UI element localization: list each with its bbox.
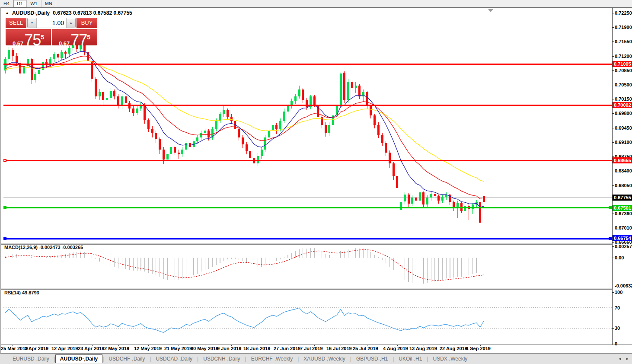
tab-usdcad-daily[interactable]: USDCAD-,Daily (151, 354, 197, 363)
chart-ohlc-values: 0.67623 0.67813 0.67582 0.67755 (53, 10, 132, 16)
tab-audusd-daily[interactable]: AUDUSD-,Daily (55, 354, 102, 363)
volume-stepper: ▾ ▴ (27, 18, 76, 28)
date-axis[interactable] (1, 345, 632, 353)
buy-price-prefix: 0.67 (59, 40, 70, 47)
tab-nav-right-icon[interactable]: ▸ (626, 356, 629, 361)
sell-button[interactable]: SELL (6, 18, 26, 28)
tab-eurusd-daily[interactable]: EURUSD-,Daily (8, 354, 54, 363)
timeframe-button-mn[interactable]: MN (41, 0, 56, 7)
collapse-panel-icon[interactable]: ▲ (5, 11, 9, 15)
macd-indicator-label: MACD(12,26,9) -0.002473 -0.003265 (4, 245, 83, 250)
chart-window (0, 7, 632, 353)
buy-price-button[interactable]: 0.67775 (52, 29, 97, 45)
rsi-indicator-label: RSI(14) 49.8793 (4, 290, 39, 295)
buy-price-big: 77 (70, 31, 87, 49)
tab-eurchf-weekly[interactable]: EURCHF-,Weekly (246, 354, 297, 363)
chart-symbol-label: AUDUSD-,Daily (12, 10, 50, 16)
chart-tab-bar: EURUSD-,Daily|AUDUSD-,Daily|USDCHF-,Dail… (0, 353, 632, 364)
tab-usdx-weekly[interactable]: USDX-,Weekly (428, 354, 472, 363)
timeframe-button-w1[interactable]: W1 (27, 0, 41, 7)
timeframe-button-h4[interactable]: H4 (0, 0, 13, 7)
buy-button[interactable]: BUY (77, 18, 97, 28)
chart-shift-marker-icon[interactable] (488, 9, 493, 12)
timeframe-button-d1[interactable]: D1 (13, 0, 27, 7)
timeframe-toolbar: H4D1W1MN (0, 0, 632, 7)
tab-usdchf-daily[interactable]: USDCHF-,Daily (104, 354, 150, 363)
volume-decrease-icon[interactable]: ▾ (28, 18, 37, 28)
tab-nav: ◂ ▸ (619, 356, 629, 361)
sell-price-pip: 5 (41, 34, 44, 41)
sell-price-button[interactable]: 0.67755 (6, 29, 51, 45)
chart-title: ▲ AUDUSD-,Daily 0.67623 0.67813 0.67582 … (5, 10, 132, 16)
tab-xauusd-weekly[interactable]: XAUUSD-,Weekly (299, 354, 350, 363)
price-axis[interactable] (612, 8, 632, 345)
volume-increase-icon[interactable]: ▴ (66, 18, 75, 28)
volume-input[interactable] (37, 18, 66, 28)
sell-price-big: 75 (24, 31, 41, 49)
sell-price-prefix: 0.67 (13, 40, 23, 47)
tab-ukoil-h1[interactable]: UKOil-,H1 (394, 354, 427, 363)
pane-divider-macd-rsi[interactable] (1, 288, 612, 290)
tab-nav-left-icon[interactable]: ◂ (619, 356, 621, 361)
buy-price-pip: 5 (87, 34, 90, 41)
pane-divider-main-macd[interactable] (1, 243, 612, 245)
tab-gbpusd-h1[interactable]: GBPUSD-,H1 (351, 354, 393, 363)
tab-usdcnh-daily[interactable]: USDCNH-,Daily (198, 354, 245, 363)
one-click-trading-panel: SELL ▾ ▴ BUY 0.67755 0.67775 (6, 18, 97, 45)
mt4-window: H4D1W1MN 0.722500.719000.715500.712000.7… (0, 0, 632, 364)
